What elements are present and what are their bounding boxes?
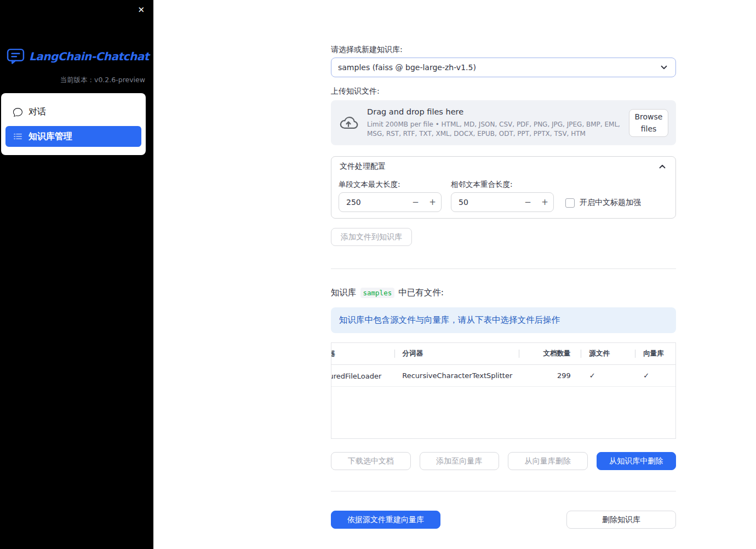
- kb-select-value: samples (faiss @ bge-large-zh-v1.5): [338, 63, 476, 72]
- logo-chat-icon: [7, 47, 25, 65]
- file-config-expander: 文件处理配置 单段文本最大长度: 250 − + 相邻文本重合长度: 50 − …: [331, 156, 676, 219]
- sidebar-item-dialogue[interactable]: 对话: [5, 101, 141, 122]
- table-action-buttons: 下载选中文档 添加至向量库 从向量库删除 从知识库中删除: [331, 452, 676, 470]
- divider: [331, 268, 676, 269]
- kb-files-suffix: 中已有文件:: [398, 287, 444, 299]
- divider: [331, 491, 676, 491]
- table-row[interactable]: UnstructuredFileLoader RecursiveCharacte…: [331, 365, 675, 387]
- kb-name-code: samples: [360, 288, 395, 298]
- uploader-text: Drag and drop files here Limit 200MB per…: [367, 107, 620, 138]
- chevron-down-icon: [659, 62, 669, 72]
- browse-files-button[interactable]: Browse files: [629, 109, 668, 137]
- check-icon: ✓: [589, 371, 595, 380]
- kb-select-label: 请选择或新建知识库:: [331, 45, 403, 55]
- header-doc-count: 文档数量: [519, 343, 581, 364]
- kb-files-table: 文档加载器 分词器 文档数量 源文件 向量库 UnstructuredFileL…: [331, 342, 676, 439]
- version-label: 当前版本：: [60, 76, 95, 84]
- chunk-size-label: 单段文本最大长度:: [339, 180, 400, 190]
- expander-header[interactable]: 文件处理配置: [331, 157, 675, 176]
- chunk-size-decrement-button[interactable]: −: [407, 193, 424, 211]
- zh-title-enhance-label: 开启中文标题加强: [580, 198, 641, 208]
- cloud-upload-icon: [339, 113, 358, 133]
- sidebar-item-label: 对话: [28, 106, 46, 118]
- header-splitter: 分词器: [394, 343, 519, 364]
- delete-from-kb-button[interactable]: 从知识库中删除: [597, 452, 677, 470]
- expander-title: 文件处理配置: [340, 162, 386, 171]
- uploader-limit: Limit 200MB per file • HTML, MD, JSON, C…: [367, 120, 620, 138]
- kb-select[interactable]: samples (faiss @ bge-large-zh-v1.5): [331, 58, 676, 77]
- uploader-title: Drag and drop files here: [367, 107, 620, 116]
- chunk-size-input[interactable]: 250 − +: [339, 192, 442, 212]
- chevron-up-icon: [657, 162, 667, 171]
- header-doc-loader: 文档加载器: [331, 343, 394, 364]
- download-selected-docs-button[interactable]: 下载选中文档: [331, 452, 411, 470]
- overlap-size-label: 相邻文本重合长度:: [451, 180, 513, 190]
- chunk-size-value[interactable]: 250: [339, 198, 407, 207]
- info-text: 知识库中包含源文件与向量库，请从下表中选择文件后操作: [339, 314, 560, 326]
- delete-kb-button[interactable]: 删除知识库: [566, 511, 676, 529]
- close-icon: ✕: [138, 5, 145, 14]
- sidebar: ✕ LangChain-Chatchat 当前版本：v0.2.6-preview…: [0, 0, 153, 549]
- cell-vector-store-check: ✓: [635, 365, 675, 386]
- version-info: 当前版本：v0.2.6-preview: [60, 76, 146, 85]
- chunk-size-increment-button[interactable]: +: [424, 193, 441, 211]
- kb-files-heading: 知识库 samples 中已有文件:: [331, 287, 444, 299]
- info-banner: 知识库中包含源文件与向量库，请从下表中选择文件后操作: [331, 307, 676, 333]
- cell-doc-count: 299: [519, 365, 581, 386]
- checkbox-unchecked-icon[interactable]: [565, 198, 575, 208]
- header-vector-store: 向量库: [635, 343, 675, 364]
- sidebar-item-knowledge-base[interactable]: 知识库管理: [5, 126, 141, 147]
- overlap-size-input[interactable]: 50 − +: [451, 192, 554, 212]
- check-icon: ✓: [643, 371, 649, 380]
- chat-icon: [13, 107, 22, 117]
- add-files-to-kb-button[interactable]: 添加文件到知识库: [331, 228, 412, 246]
- cell-source-file-check: ✓: [581, 365, 635, 386]
- add-to-vector-store-button[interactable]: 添加至向量库: [420, 452, 500, 470]
- sidebar-menu: 对话 知识库管理: [1, 93, 146, 155]
- version-value: v0.2.6-preview: [94, 76, 145, 84]
- kb-files-prefix: 知识库: [331, 287, 357, 299]
- rebuild-vector-store-button[interactable]: 依据源文件重建向量库: [331, 511, 440, 529]
- cell-splitter: RecursiveCharacterTextSplitter: [394, 365, 519, 386]
- sidebar-close-button[interactable]: ✕: [135, 3, 147, 16]
- file-uploader-dropzone[interactable]: Drag and drop files here Limit 200MB per…: [331, 100, 676, 145]
- cell-doc-loader: UnstructuredFileLoader: [331, 365, 394, 386]
- main-content: 请选择或新建知识库: samples (faiss @ bge-large-zh…: [331, 0, 676, 549]
- list-task-icon: [13, 132, 22, 141]
- overlap-increment-button[interactable]: +: [536, 193, 553, 211]
- overlap-decrement-button[interactable]: −: [519, 193, 536, 211]
- logo-text: LangChain-Chatchat: [29, 50, 149, 63]
- upload-label: 上传知识文件:: [331, 87, 380, 96]
- header-source-file: 源文件: [581, 343, 635, 364]
- overlap-size-value[interactable]: 50: [451, 198, 519, 207]
- zh-title-enhance-checkbox-row[interactable]: 开启中文标题加强: [565, 198, 641, 208]
- sidebar-item-label: 知识库管理: [28, 131, 72, 142]
- app-logo: LangChain-Chatchat: [7, 47, 149, 65]
- delete-from-vector-store-button[interactable]: 从向量库删除: [508, 452, 588, 470]
- table-header-row: 文档加载器 分词器 文档数量 源文件 向量库: [331, 343, 675, 365]
